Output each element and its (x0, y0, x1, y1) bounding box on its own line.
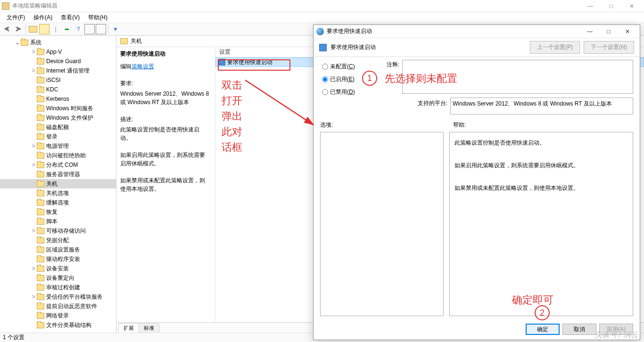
tree-item[interactable]: >设备安装 (0, 264, 116, 273)
policy-icon (219, 59, 225, 65)
tree-item[interactable]: 缓解选项 (0, 198, 116, 207)
dialog-maximize[interactable]: □ (599, 25, 618, 38)
filter-button[interactable]: ▼ (110, 24, 121, 34)
dialog-titlebar: 要求使用快速启动 — □ ✕ (314, 25, 640, 38)
tree-item[interactable]: 登录 (0, 132, 116, 141)
policy-icon (319, 44, 327, 51)
menubar: 文件(F) 操作(A) 查看(V) 帮助(H) (0, 12, 644, 23)
app-icon (2, 2, 9, 10)
help-label: 帮助: (453, 121, 633, 129)
tree-item[interactable]: 提前启动反恶意软件 (0, 301, 116, 311)
dialog-title: 要求使用快速启动 (327, 27, 372, 35)
folder-icon (120, 38, 128, 44)
req-label: 要求: (120, 79, 210, 88)
tree-item[interactable]: Windows 时间服务 (0, 104, 116, 113)
up-button[interactable] (28, 24, 38, 34)
tree-item[interactable]: 恢复 (0, 207, 116, 217)
tab-extended[interactable]: 扩展 (118, 323, 139, 333)
comment-field[interactable] (402, 60, 633, 94)
tree-item[interactable]: 区域设置服务 (0, 245, 116, 254)
menu-action[interactable]: 操作(A) (30, 13, 56, 23)
tree-item[interactable]: 审核过程创建 (0, 283, 116, 292)
tree-item[interactable]: >可移动存储访问 (0, 226, 116, 236)
radio-group: 未配置(C) 已启用(E) 已禁用(D) (320, 60, 367, 114)
help-box: 此策略设置控制是否使用快速启动。 如果启用此策略设置，则系统需要启用休眠模式。 … (449, 132, 633, 316)
tree-item[interactable]: Kerberos (0, 94, 116, 104)
tree-item[interactable]: 关机 (0, 179, 116, 188)
tree-item[interactable]: 设备重定向 (0, 273, 116, 283)
next-setting-button[interactable]: 下一个设置(N) (584, 41, 634, 54)
menu-view[interactable]: 查看(V) (57, 13, 83, 23)
dialog-buttons: 确定 取消 应用(A) (314, 319, 640, 340)
policy-dialog: 要求使用快速启动 — □ ✕ 要求使用快速启动 上一个设置(P) 下一个设置(N… (313, 24, 640, 340)
toolbar-btn-5[interactable] (84, 24, 95, 34)
close-button[interactable]: ✕ (621, 0, 642, 12)
tree-item[interactable]: Windows 文件保护 (0, 113, 116, 122)
tree-item[interactable]: 关机选项 (0, 188, 116, 198)
platform-field: Windows Server 2012、Windows 8 或 Windows … (450, 98, 633, 114)
tree-item[interactable]: iSCSI (0, 75, 116, 85)
tree-item[interactable]: >电源管理 (0, 141, 116, 151)
tree-item[interactable]: >App-V (0, 47, 116, 57)
menu-file[interactable]: 文件(F) (3, 13, 29, 23)
options-box (320, 132, 444, 316)
radio-enabled[interactable]: 已启用(E) (322, 75, 367, 83)
window-title: 本地组策略编辑器 (12, 2, 580, 10)
export-button[interactable]: ➦ (62, 24, 72, 34)
tree-item[interactable]: >受信任的平台模块服务 (0, 292, 116, 301)
tree-root[interactable]: ⌄系统 (0, 38, 116, 47)
desc-p2: 如果禁用或未配置此策略设置，则使用本地设置。 (120, 176, 210, 193)
edit-policy-link[interactable]: 策略设置 (132, 63, 154, 70)
radio-unconfigured[interactable]: 未配置(C) (322, 63, 367, 71)
tree-item[interactable]: 文件分类基础结构 (0, 320, 116, 330)
dialog-header: 要求使用快速启动 上一个设置(P) 下一个设置(N) (314, 38, 640, 57)
tree-item[interactable]: 网络登录 (0, 311, 116, 320)
tree-item[interactable]: 脚本 (0, 217, 116, 226)
dialog-minimize[interactable]: — (580, 25, 599, 38)
menu-help[interactable]: 帮助(H) (84, 13, 111, 23)
comment-label: 注释: (377, 60, 399, 94)
edit-line: 编辑策略设置 (120, 63, 210, 71)
tab-standard[interactable]: 标准 (139, 323, 159, 333)
toolbar-btn-6[interactable] (96, 24, 106, 34)
maximize-button[interactable]: □ (601, 0, 621, 12)
tree-item[interactable]: KDC (0, 85, 116, 94)
back-button[interactable]: ⮜ (2, 24, 12, 34)
tree-item[interactable]: 驱动程序安装 (0, 254, 116, 264)
tree-list[interactable]: ⌄系统>App-VDevice Guard>Internet 通信管理iSCSI… (0, 36, 116, 333)
toolbar-btn-2[interactable] (39, 24, 50, 34)
dialog-app-icon (316, 28, 324, 35)
minimize-button[interactable]: — (580, 0, 601, 12)
tree-item[interactable]: 访问被拒绝协助 (0, 151, 116, 160)
refresh-button[interactable]: ? (73, 24, 83, 34)
forward-button[interactable]: ⮞ (13, 24, 24, 34)
tree-item[interactable]: 凭据分配 (0, 236, 116, 245)
status-text: 1 个设置 (3, 334, 25, 342)
desc-p1: 如果启用此策略设置，则系统需要启用休眠模式。 (120, 151, 210, 168)
tree-item[interactable]: >Internet 通信管理 (0, 66, 116, 75)
dialog-close[interactable]: ✕ (618, 25, 637, 38)
tree-item[interactable]: 服务器管理器 (0, 170, 116, 179)
tree-pane: ⌄系统>App-VDevice Guard>Internet 通信管理iSCSI… (0, 36, 116, 333)
policy-title: 要求使用快速启动 (120, 50, 210, 58)
dialog-header-title: 要求使用快速启动 (330, 43, 376, 51)
apply-button[interactable]: 应用(A) (599, 324, 633, 335)
tree-item[interactable]: Device Guard (0, 57, 116, 66)
description-column: 要求使用快速启动 编辑策略设置 要求: Windows Server 2012、… (116, 47, 215, 322)
ok-button[interactable]: 确定 (526, 324, 560, 335)
prev-setting-button[interactable]: 上一个设置(P) (530, 41, 580, 54)
toolbar-sep-icon: | (50, 24, 61, 34)
cancel-button[interactable]: 取消 (562, 324, 596, 335)
desc-label: 描述: (120, 115, 210, 123)
tree-item[interactable]: 磁盘配额 (0, 122, 116, 132)
options-label: 选项: (320, 121, 444, 129)
desc-text: 此策略设置控制是否使用快速启动。 (120, 125, 210, 142)
policy-list-label: 要求使用快速启动 (227, 58, 272, 66)
radio-disabled[interactable]: 已禁用(D) (322, 88, 367, 96)
tree-item[interactable]: >分布式 COM (0, 160, 116, 170)
platform-label: 支持的平台: (377, 98, 447, 114)
content-header-title: 关机 (131, 37, 142, 45)
titlebar: 本地组策略编辑器 — □ ✕ (0, 0, 644, 12)
req-text: Windows Server 2012、Windows 8 或 Windows … (120, 90, 210, 106)
